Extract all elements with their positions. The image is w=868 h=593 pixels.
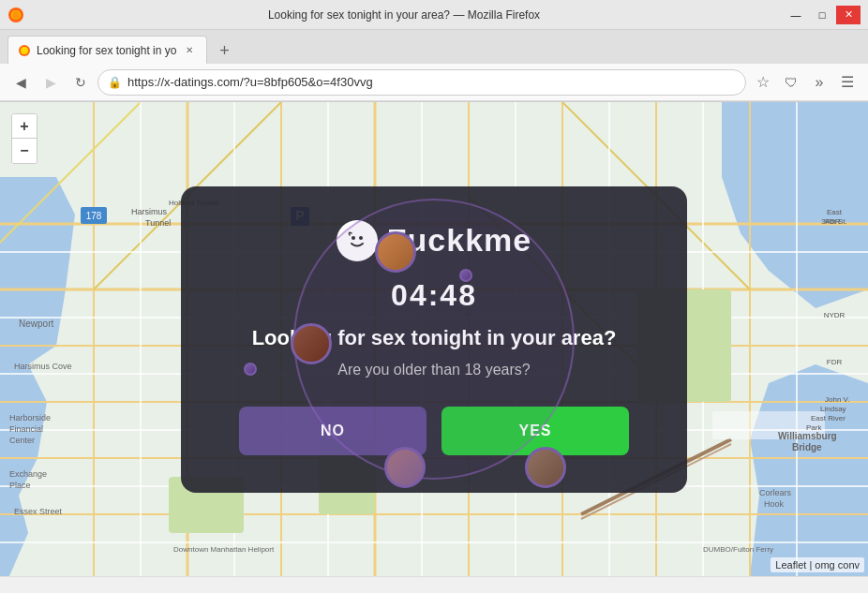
tab-close-button[interactable]: ✕ <box>182 43 197 58</box>
status-bar <box>0 576 868 593</box>
firefox-icon <box>7 7 24 23</box>
map-marker-3 <box>384 447 426 488</box>
title-bar-left <box>7 7 24 23</box>
reload-button[interactable]: ↻ <box>67 69 94 96</box>
new-tab-button[interactable]: + <box>211 37 237 64</box>
nav-bar: ◀ ▶ ↻ 🔒 https://x-datings.com/?u=8bfp605… <box>0 64 868 101</box>
map-marker-4 <box>525 447 566 488</box>
svg-point-3 <box>21 47 28 54</box>
address-bar[interactable]: 🔒 https://x-datings.com/?u=8bfp605&o=4f3… <box>97 69 746 96</box>
forward-button[interactable]: ▶ <box>37 69 64 96</box>
bookmark-button[interactable]: ☆ <box>750 69 776 96</box>
map-marker-1 <box>375 231 416 273</box>
tab-label: Looking for sex tonight in yo <box>37 44 176 57</box>
tab-bar: Looking for sex tonight in yo ✕ + <box>0 30 868 64</box>
map-marker-5 <box>244 363 257 376</box>
minimize-button[interactable]: — <box>784 6 808 24</box>
modal-overlay: Fuckkme 04:48 Looking for sex tonight in… <box>0 102 868 576</box>
tab-favicon <box>18 44 31 57</box>
more-tools-button[interactable]: » <box>806 69 832 96</box>
map-marker-6 <box>459 269 472 282</box>
shield-button[interactable]: 🛡 <box>778 69 804 96</box>
maximize-button[interactable]: □ <box>810 6 834 24</box>
active-tab[interactable]: Looking for sex tonight in yo ✕ <box>7 36 207 64</box>
window-controls: — □ ✕ <box>784 6 861 24</box>
close-button[interactable]: ✕ <box>836 6 861 24</box>
url-text: https://x-datings.com/?u=8bfp605&o=4f30v… <box>127 75 736 89</box>
map-circle <box>293 199 575 480</box>
back-button[interactable]: ◀ <box>7 69 34 96</box>
map-marker-2 <box>291 323 332 364</box>
map-container: Newport Harsimus Cove Harborside Financi… <box>0 102 868 576</box>
nav-right-controls: ☆ 🛡 » ☰ <box>750 69 861 96</box>
title-bar: Looking for sex tonight in your area? — … <box>0 0 868 30</box>
browser-chrome: Looking for sex tonight in your area? — … <box>0 0 868 102</box>
security-icon: 🔒 <box>108 76 122 89</box>
menu-button[interactable]: ☰ <box>834 69 861 96</box>
browser-title: Looking for sex tonight in your area? — … <box>81 8 727 22</box>
